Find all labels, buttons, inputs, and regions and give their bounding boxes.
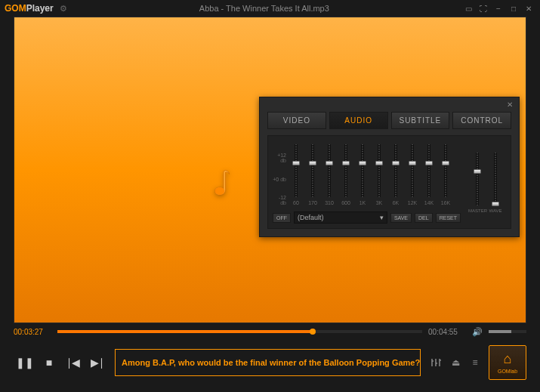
eq-off-button[interactable]: OFF	[273, 213, 291, 223]
progress-bar[interactable]	[57, 330, 422, 333]
video-area[interactable]: ✕ VIDEO AUDIO SUBTITLE CONTROL +12 db +0…	[14, 17, 526, 323]
eq-del-button[interactable]: DEL	[415, 213, 433, 223]
close-icon[interactable]: ✕	[522, 3, 535, 14]
eq-band-600[interactable]: 600	[339, 144, 353, 205]
titlebar: GOMPlayer ⚙ Abba - The Winner Takes It A…	[0, 0, 540, 17]
home-icon: ⌂	[504, 351, 512, 367]
wave-slider[interactable]	[489, 153, 502, 205]
playlist-button[interactable]: ≡	[466, 353, 484, 372]
music-note-icon	[212, 168, 235, 199]
minimize-icon[interactable]: −	[492, 3, 505, 14]
eq-band-1K[interactable]: 1K	[356, 144, 369, 205]
eq-band-14K[interactable]: 14K	[422, 144, 436, 205]
eq-band-6K[interactable]: 6K	[389, 144, 403, 205]
compact-icon[interactable]: ▭	[461, 3, 475, 14]
master-slider[interactable]	[471, 153, 484, 205]
volume-bar[interactable]	[489, 330, 526, 333]
master-label: MASTER	[468, 208, 486, 213]
window-title: Abba - The Winner Takes It All.mp3	[67, 4, 461, 13]
tab-video[interactable]: VIDEO	[267, 112, 326, 129]
eq-band-60[interactable]: 60	[289, 144, 303, 205]
eq-band-310[interactable]: 310	[322, 144, 336, 205]
svg-point-0	[215, 187, 225, 195]
eq-band-3K[interactable]: 3K	[372, 144, 386, 205]
eject-button[interactable]: ⏏	[446, 353, 464, 372]
time-current: 00:03:27	[14, 328, 51, 336]
tab-subtitle[interactable]: SUBTITLE	[391, 112, 450, 129]
pause-button[interactable]: ❚❚	[14, 349, 36, 376]
stop-button[interactable]: ■	[38, 349, 60, 376]
panel-close-icon[interactable]: ✕	[260, 97, 519, 109]
equalizer: +12 db +0 db -12 db 601703106001K3K6K12K…	[267, 135, 511, 229]
eq-band-12K[interactable]: 12K	[406, 144, 419, 205]
eq-scale: +12 db +0 db -12 db	[273, 153, 289, 205]
eq-save-button[interactable]: SAVE	[390, 213, 412, 223]
fullscreen-icon[interactable]: ⛶	[477, 3, 490, 14]
wave-label: WAVE	[486, 208, 505, 213]
volume-icon[interactable]: 🔊	[472, 327, 483, 337]
tab-audio[interactable]: AUDIO	[329, 112, 388, 129]
gear-icon[interactable]: ⚙	[60, 4, 67, 14]
prev-button[interactable]: ∣◀	[62, 349, 85, 376]
eq-preset-select[interactable]: (Default) ▾	[294, 211, 387, 224]
eq-preset-label: (Default)	[298, 214, 324, 221]
eq-band-16K[interactable]: 16K	[439, 144, 452, 205]
chevron-down-icon: ▾	[380, 214, 384, 221]
gomlab-label: GOMlab	[498, 369, 517, 374]
gomlab-button[interactable]: ⌂ GOMlab	[489, 345, 526, 380]
time-total: 00:04:55	[428, 328, 466, 336]
next-button[interactable]: ▶∣	[86, 349, 109, 376]
eq-reset-button[interactable]: RESET	[436, 213, 461, 223]
panel-tabs: VIDEO AUDIO SUBTITLE CONTROL	[260, 109, 519, 135]
app-logo: GOMPlayer	[5, 3, 54, 14]
maximize-icon[interactable]: □	[507, 3, 520, 14]
settings-panel: ✕ VIDEO AUDIO SUBTITLE CONTROL +12 db +0…	[259, 97, 520, 237]
controls-row: ❚❚ ■ ∣◀ ▶∣ Among B.A.P, who would be the…	[0, 338, 540, 382]
news-ticker[interactable]: Among B.A.P, who would be the final winn…	[115, 349, 421, 376]
equalizer-button[interactable]	[427, 353, 445, 372]
tab-control[interactable]: CONTROL	[452, 112, 511, 129]
eq-band-170[interactable]: 170	[306, 144, 319, 205]
progress-row: 00:03:27 00:04:55 🔊	[0, 323, 540, 338]
